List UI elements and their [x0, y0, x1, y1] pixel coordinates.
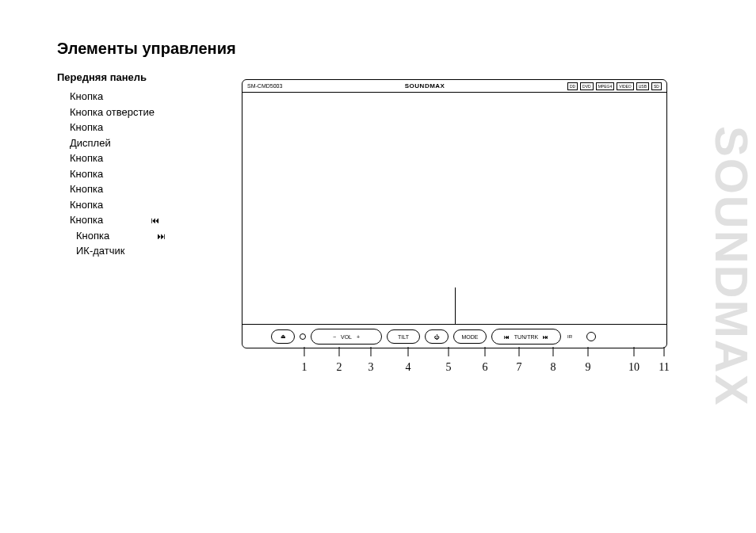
device-control-bar: ⏏ − VOL + TILT ⏻ MODE ⏮ TUN/TRK ⏭ IR: [242, 324, 666, 348]
ir-sensor: [586, 332, 596, 341]
callout-number: 3: [368, 361, 374, 374]
callout-tick: [664, 347, 665, 356]
callout-number: 9: [586, 361, 591, 374]
section-subtitle: Передняя панель: [57, 71, 147, 83]
badge: VIDEO: [617, 82, 634, 90]
list-item: Дисплей: [70, 135, 168, 151]
callout-tick: [371, 347, 372, 356]
callout-number: 4: [406, 361, 411, 374]
ir-label: IR: [567, 334, 572, 339]
power-button: ⏻: [425, 329, 449, 344]
callout-numbers: 1234567891011: [242, 352, 666, 383]
device-badges: DD DVD MPEG4 VIDEO USB SD: [567, 82, 662, 90]
callout-tick: [553, 347, 554, 356]
list-item: Кнопка: [70, 150, 168, 166]
list-item: Кнопка: [70, 197, 168, 213]
list-item-label: Кнопка: [70, 214, 103, 226]
callout-tick: [449, 347, 449, 356]
mode-button: MODE: [453, 329, 487, 344]
list-item: Кнопка отверстие: [70, 105, 168, 120]
vol-minus-icon: −: [333, 334, 336, 340]
prev-icon: ⏮: [504, 334, 510, 340]
tuntrk-group: ⏮ TUN/TRK ⏭: [491, 329, 561, 345]
device-diagram: SM-CMD5003 SOUNDMAX DD DVD MPEG4 VIDEO U…: [242, 79, 667, 348]
device-model: SM-CMD5003: [247, 83, 282, 89]
page-title: Элементы управления: [57, 40, 236, 58]
vol-label: VOL: [341, 334, 352, 340]
list-item: Кнопка: [70, 181, 168, 197]
callout-number: 1: [302, 361, 307, 374]
device-header: SM-CMD5003 SOUNDMAX DD DVD MPEG4 VIDEO U…: [242, 80, 666, 93]
callout-tick: [588, 347, 589, 356]
badge: USB: [636, 82, 649, 90]
callout-tick: [519, 347, 520, 356]
volume-group: − VOL +: [311, 329, 382, 345]
callout-number: 7: [517, 361, 522, 374]
list-item: ИК-датчик: [70, 243, 168, 259]
callout-tick: [634, 347, 635, 356]
list-item: Кнопка: [70, 120, 168, 135]
callout-number: 6: [483, 361, 488, 374]
control-inner: ⏏ − VOL + TILT ⏻ MODE ⏮ TUN/TRK ⏭ IR: [271, 328, 638, 345]
device-brand: SOUNDMAX: [405, 82, 445, 89]
brand-vertical-text: SOUNDMAX: [705, 126, 757, 406]
callout-tick: [485, 347, 486, 356]
list-item-label: Кнопка: [76, 230, 109, 242]
list-item: Кнопка: [70, 89, 168, 105]
eject-button: ⏏: [271, 329, 295, 344]
badge: DD: [567, 82, 578, 90]
callout-number: 8: [551, 361, 556, 374]
tilt-button: TILT: [387, 329, 420, 344]
callout-line: [455, 287, 456, 324]
badge: DVD: [580, 82, 594, 90]
list-item: Кнопка: [70, 166, 168, 182]
list-item: Кнопка ⏭: [70, 228, 168, 244]
callout-tick: [304, 347, 305, 356]
page: SOUNDMAX Элементы управления Передняя па…: [0, 0, 756, 533]
prev-track-icon: ⏮: [149, 214, 162, 227]
reset-hole: [300, 333, 306, 340]
callout-tick: [339, 347, 340, 356]
callout-number: 11: [659, 361, 669, 374]
callout-tick: [408, 347, 409, 356]
callout-number: 2: [337, 361, 342, 374]
callout-number: 5: [446, 361, 452, 374]
brand-vertical: SOUNDMAX: [707, 0, 756, 533]
power-icon: ⏻: [434, 334, 440, 340]
badge: SD: [651, 82, 662, 90]
next-track-icon: ⏭: [155, 230, 168, 243]
eject-icon: ⏏: [281, 333, 286, 340]
tuntrk-label: TUN/TRK: [514, 334, 538, 340]
controls-list: Кнопка Кнопка отверстие Кнопка Дисплей К…: [70, 89, 168, 259]
list-item: Кнопка ⏮: [70, 212, 168, 228]
device-screen: [242, 93, 666, 324]
vol-plus-icon: +: [357, 334, 360, 340]
callout-number: 10: [628, 361, 640, 374]
badge: MPEG4: [596, 82, 615, 90]
next-icon: ⏭: [543, 334, 548, 340]
